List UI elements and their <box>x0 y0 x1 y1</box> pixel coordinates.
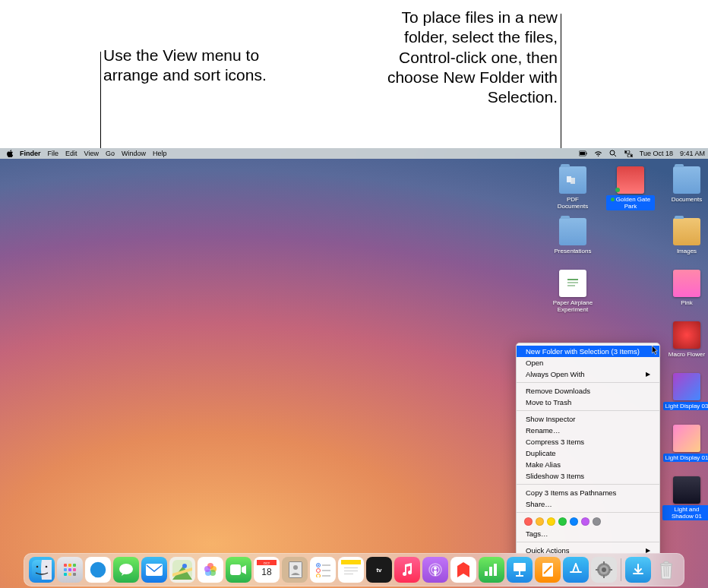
dock-notes[interactable] <box>338 557 364 583</box>
tag-yellow[interactable] <box>547 517 555 526</box>
menu-file[interactable]: File <box>48 150 59 157</box>
desktop-icon-paper-airplane[interactable]: Paper Airplane Experiment <box>548 270 597 314</box>
tag-purple[interactable] <box>581 517 589 526</box>
dock-contacts[interactable] <box>282 557 308 583</box>
svg-rect-13 <box>567 285 575 286</box>
wifi-icon[interactable] <box>594 150 602 157</box>
cm-duplicate[interactable]: Duplicate <box>517 447 659 459</box>
battery-icon[interactable] <box>579 150 587 157</box>
svg-rect-37 <box>230 564 241 575</box>
dock-mail[interactable] <box>141 557 167 583</box>
dock-safari[interactable] <box>85 557 111 583</box>
cm-slideshow[interactable]: Slideshow 3 Items <box>517 470 659 482</box>
dock-downloads[interactable] <box>625 557 651 583</box>
dock-finder[interactable] <box>29 557 55 583</box>
dock-tv[interactable]: tv <box>366 557 392 583</box>
tag-orange[interactable] <box>536 517 544 526</box>
tag-red[interactable] <box>524 517 533 526</box>
document-icon <box>559 270 586 297</box>
cm-make-alias[interactable]: Make Alias <box>517 459 659 470</box>
cm-show-inspector[interactable]: Show Inspector <box>517 413 659 425</box>
svg-rect-18 <box>68 564 71 567</box>
tag-blue[interactable] <box>570 517 578 526</box>
spotlight-icon[interactable] <box>609 150 618 157</box>
desktop-icon-documents[interactable]: Documents <box>662 166 708 204</box>
chevron-right-icon: ▶ <box>646 371 650 378</box>
desktop-icon-light-shadow[interactable]: Light and Shadow 01 <box>662 476 708 520</box>
callout-line-left <box>100 52 101 150</box>
control-center-icon[interactable] <box>624 150 633 157</box>
desktop-icon-label: PDF Documents <box>548 195 597 210</box>
dock-messages[interactable] <box>113 557 139 583</box>
dock-music[interactable] <box>394 557 420 583</box>
desktop-icon-pink[interactable]: Pink <box>662 270 708 307</box>
dock: OCT18 tv <box>24 553 684 586</box>
cm-share[interactable]: Share… <box>517 498 659 510</box>
mac-desktop-screenshot: Finder File Edit View Go Window Help Tue… <box>0 148 708 588</box>
dock-calendar[interactable]: OCT18 <box>254 557 280 583</box>
image-icon <box>673 425 700 452</box>
cm-remove-downloads[interactable]: Remove Downloads <box>517 385 659 397</box>
dock-trash[interactable] <box>653 557 679 583</box>
tag-green[interactable] <box>558 517 567 526</box>
menu-app-name[interactable]: Finder <box>20 150 41 157</box>
cm-tags[interactable]: Tags… <box>517 528 659 539</box>
desktop-icon-pdf-documents[interactable]: PDF Documents <box>548 166 597 210</box>
dock-photos[interactable] <box>198 557 223 583</box>
cm-new-folder-selection[interactable]: New Folder with Selection (3 Items) <box>517 346 659 357</box>
svg-point-58 <box>434 567 437 570</box>
svg-rect-23 <box>64 573 67 576</box>
dock-numbers[interactable] <box>479 557 504 583</box>
cm-separator <box>517 382 659 383</box>
svg-rect-29 <box>146 564 163 576</box>
svg-rect-11 <box>567 279 578 280</box>
desktop-icon-label: Macro Flower <box>666 350 707 359</box>
dock-maps[interactable] <box>169 557 195 583</box>
cm-copy-pathnames[interactable]: Copy 3 Items as Pathnames <box>517 487 659 498</box>
dock-settings[interactable] <box>591 557 617 583</box>
menu-view[interactable]: View <box>84 150 99 157</box>
dock-launchpad[interactable] <box>57 557 83 583</box>
desktop-icon-label: Light Display 01 <box>663 454 708 462</box>
cm-move-to-trash[interactable]: Move to Trash <box>517 397 659 408</box>
desktop-icon-presentations[interactable]: Presentations <box>548 218 597 255</box>
cm-always-open-with[interactable]: Always Open With▶ <box>517 368 659 380</box>
image-icon <box>617 166 644 194</box>
menubar-date[interactable]: Tue Oct 18 <box>640 150 673 157</box>
menubar-time[interactable]: 9:41 AM <box>680 150 705 157</box>
svg-line-75 <box>664 567 665 577</box>
desktop-icon-images[interactable]: Images <box>662 218 708 255</box>
desktop-icon-light-display-01[interactable]: Light Display 01 <box>662 425 708 462</box>
cm-open[interactable]: Open <box>517 357 659 368</box>
context-menu: New Folder with Selection (3 Items) Open… <box>516 343 660 576</box>
menu-edit[interactable]: Edit <box>65 150 77 157</box>
menu-window[interactable]: Window <box>122 150 146 157</box>
dock-pages[interactable] <box>535 557 561 583</box>
svg-rect-22 <box>73 568 76 571</box>
svg-text:tv: tv <box>376 567 382 574</box>
svg-rect-62 <box>514 563 526 571</box>
svg-rect-19 <box>73 564 76 567</box>
dock-facetime[interactable] <box>226 557 251 583</box>
dock-podcasts[interactable] <box>422 557 448 583</box>
desktop-icon-macro-flower[interactable]: Macro Flower <box>662 321 708 359</box>
folder-icon <box>559 218 586 245</box>
svg-point-36 <box>204 566 210 572</box>
dock-keynote[interactable] <box>507 557 533 583</box>
menu-go[interactable]: Go <box>106 150 115 157</box>
svg-point-28 <box>119 564 133 574</box>
desktop-icon-golden-gate[interactable]: Golden Gate Park <box>606 166 655 210</box>
cm-compress[interactable]: Compress 3 Items <box>517 436 659 447</box>
cm-rename[interactable]: Rename… <box>517 425 659 436</box>
dock-appstore[interactable] <box>563 557 589 583</box>
svg-rect-46 <box>322 564 330 566</box>
tag-gray[interactable] <box>593 517 601 526</box>
folder-icon <box>673 166 700 194</box>
apple-logo-icon[interactable] <box>6 150 14 157</box>
dock-reminders[interactable] <box>310 557 336 583</box>
dock-news[interactable] <box>450 557 476 583</box>
desktop-icon-light-display-03[interactable]: Light Display 03 <box>662 373 708 410</box>
svg-rect-12 <box>567 282 578 283</box>
svg-text:OCT: OCT <box>264 561 270 565</box>
menu-help[interactable]: Help <box>153 150 167 157</box>
